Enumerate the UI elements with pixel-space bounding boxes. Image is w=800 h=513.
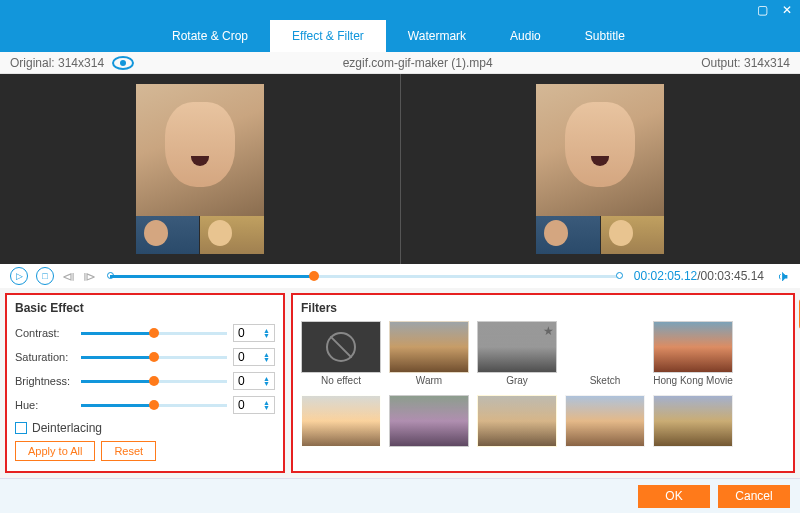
timeline-slider[interactable] bbox=[110, 275, 620, 278]
original-size-label: Original: 314x314 bbox=[10, 56, 104, 70]
cancel-button[interactable]: Cancel bbox=[718, 485, 790, 508]
filename-label: ezgif.com-gif-maker (1).mp4 bbox=[343, 56, 493, 70]
preview-area bbox=[0, 74, 800, 264]
player-controls: ▷ □ ⧏ ⧐ 00:02:05.12/00:03:45.14 🕩 bbox=[0, 264, 800, 288]
contrast-label: Contrast: bbox=[15, 327, 75, 339]
output-size-label: Output: 314x314 bbox=[701, 56, 790, 70]
volume-icon[interactable]: 🕩 bbox=[776, 268, 790, 284]
preview-eye-icon[interactable] bbox=[112, 56, 134, 70]
ok-button[interactable]: OK bbox=[638, 485, 710, 508]
filter-9[interactable] bbox=[565, 395, 645, 461]
prev-frame-icon[interactable]: ⧏ bbox=[62, 269, 75, 284]
apply-all-button[interactable]: Apply to All bbox=[15, 441, 95, 461]
time-display: 00:02:05.12/00:03:45.14 bbox=[634, 269, 764, 283]
tab-rotate-crop[interactable]: Rotate & Crop bbox=[150, 20, 270, 52]
deinterlacing-checkbox[interactable]: Deinterlacing bbox=[15, 421, 275, 435]
basic-effect-panel: Basic Effect Contrast:0▲▼ Saturation:0▲▼… bbox=[5, 293, 285, 473]
output-preview bbox=[401, 74, 801, 264]
filter-hongkong[interactable]: Hong Kong Movie bbox=[653, 321, 733, 387]
play-button[interactable]: ▷ bbox=[10, 267, 28, 285]
original-preview bbox=[0, 74, 400, 264]
filter-8[interactable] bbox=[477, 395, 557, 461]
filters-panel: Filters No effect Warm ★Gray Sketch Hong… bbox=[291, 293, 795, 473]
tab-bar: Rotate & Crop Effect & Filter Watermark … bbox=[0, 20, 800, 52]
title-bar: ▢ ✕ bbox=[0, 0, 800, 20]
hue-label: Hue: bbox=[15, 399, 75, 411]
next-frame-icon[interactable]: ⧐ bbox=[83, 269, 96, 284]
tab-audio[interactable]: Audio bbox=[488, 20, 563, 52]
stop-button[interactable]: □ bbox=[36, 267, 54, 285]
contrast-slider[interactable] bbox=[81, 332, 227, 335]
hue-slider[interactable] bbox=[81, 404, 227, 407]
basic-effect-title: Basic Effect bbox=[15, 301, 275, 315]
filter-gray[interactable]: ★Gray bbox=[477, 321, 557, 387]
reset-button[interactable]: Reset bbox=[101, 441, 156, 461]
hue-value[interactable]: 0▲▼ bbox=[233, 396, 275, 414]
filters-title: Filters bbox=[301, 301, 785, 315]
brightness-label: Brightness: bbox=[15, 375, 75, 387]
saturation-label: Saturation: bbox=[15, 351, 75, 363]
filter-10[interactable] bbox=[653, 395, 733, 461]
tab-watermark[interactable]: Watermark bbox=[386, 20, 488, 52]
star-icon: ★ bbox=[543, 324, 554, 338]
filter-6[interactable] bbox=[301, 395, 381, 461]
filter-sketch[interactable]: Sketch bbox=[565, 321, 645, 387]
close-icon[interactable]: ✕ bbox=[782, 3, 792, 17]
filter-no-effect[interactable]: No effect bbox=[301, 321, 381, 387]
brightness-slider[interactable] bbox=[81, 380, 227, 383]
saturation-value[interactable]: 0▲▼ bbox=[233, 348, 275, 366]
contrast-value[interactable]: 0▲▼ bbox=[233, 324, 275, 342]
brightness-value[interactable]: 0▲▼ bbox=[233, 372, 275, 390]
saturation-slider[interactable] bbox=[81, 356, 227, 359]
footer-bar: OK Cancel bbox=[0, 478, 800, 513]
minimize-icon[interactable]: ▢ bbox=[757, 3, 768, 17]
tab-subtitle[interactable]: Subtitle bbox=[563, 20, 647, 52]
filter-warm[interactable]: Warm bbox=[389, 321, 469, 387]
filter-7[interactable] bbox=[389, 395, 469, 461]
tab-effect-filter[interactable]: Effect & Filter bbox=[270, 20, 386, 52]
info-bar: Original: 314x314 ezgif.com-gif-maker (1… bbox=[0, 52, 800, 74]
